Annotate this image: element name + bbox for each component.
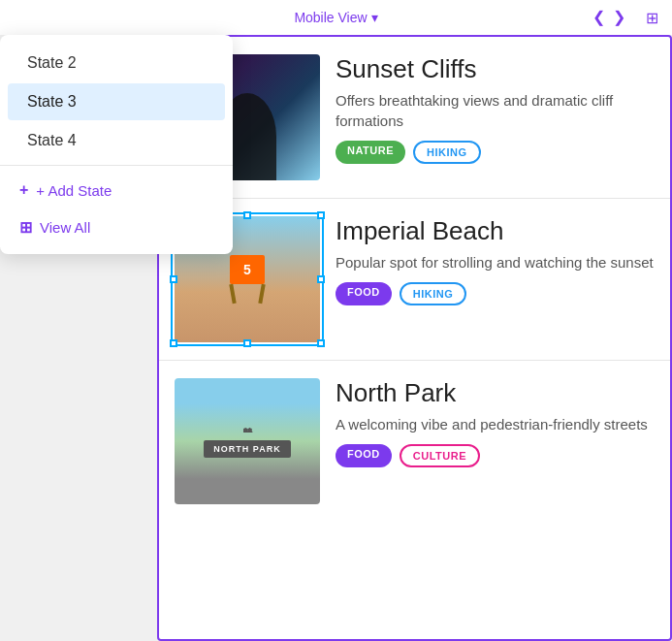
grid-icon[interactable]: ⊞ <box>646 9 658 27</box>
lifeguard-tower: 5 <box>223 255 272 304</box>
north-park-title: North Park <box>336 378 655 408</box>
state4-item[interactable]: State 4 <box>8 122 225 159</box>
north-park-desc: A welcoming vibe and pedestrian-friendly… <box>336 414 655 434</box>
imperial-beach-desc: Popular spot for strolling and watching … <box>336 252 655 272</box>
culture-tag: CULTURE <box>400 444 480 467</box>
dropdown-divider <box>0 165 233 166</box>
next-arrow-icon[interactable]: ❯ <box>613 10 625 25</box>
state2-item[interactable]: State 2 <box>8 45 225 81</box>
add-state-label: + Add State <box>36 182 112 199</box>
sunset-cliffs-content: Sunset Cliffs Offers breathtaking views … <box>336 54 655 164</box>
grid-small-icon: ⊞ <box>19 218 32 237</box>
card-sunset-cliffs: Sunset Cliffs Offers breathtaking views … <box>159 37 670 199</box>
food-tag-2: FOOD <box>336 444 392 467</box>
hiking-tag: HIKING <box>413 141 481 164</box>
food-tag-1: FOOD <box>336 282 392 305</box>
sunset-cliffs-tags: NATURE HIKING <box>336 141 655 164</box>
tower-top: 5 <box>230 255 265 284</box>
dropdown-arrow-icon: ▾ <box>371 10 378 25</box>
card-imperial-beach: 5 Imperial Beach Popular spot f <box>159 199 670 361</box>
view-all-button[interactable]: ⊞ View All <box>0 208 233 246</box>
prev-arrow-icon[interactable]: ❮ <box>592 10 605 25</box>
nature-tag: NATURE <box>336 141 405 164</box>
card-list: Sunset Cliffs Offers breathtaking views … <box>157 35 672 641</box>
north-park-tags: FOOD CULTURE <box>336 444 655 467</box>
state-dropdown: State 2 State 3 State 4 + + Add State ⊞ … <box>0 35 233 254</box>
north-park-sign: NORTH PARK <box>204 440 290 458</box>
north-park-content: North Park A welcoming vibe and pedestri… <box>336 378 655 467</box>
main-area: State 2 State 3 State 4 + + Add State ⊞ … <box>0 35 672 641</box>
card-north-park: 🏘 NORTH PARK North Park A welcoming vibe… <box>159 361 670 522</box>
north-park-image: 🏘 NORTH PARK <box>175 378 320 504</box>
hiking-tag-2: HIKING <box>400 282 467 305</box>
plus-icon: + <box>19 181 28 199</box>
mobile-view-button[interactable]: Mobile View ▾ <box>294 10 377 25</box>
add-state-button[interactable]: + + Add State <box>0 172 233 208</box>
tower-legs <box>223 284 272 304</box>
state3-item[interactable]: State 3 <box>8 83 225 120</box>
mobile-view-label: Mobile View <box>294 10 367 25</box>
view-all-label: View All <box>40 219 90 236</box>
imperial-beach-title: Imperial Beach <box>336 216 655 246</box>
sunset-cliffs-title: Sunset Cliffs <box>336 54 655 84</box>
sunset-cliffs-desc: Offers breathtaking views and dramatic c… <box>336 90 655 131</box>
imperial-beach-content: Imperial Beach Popular spot for strollin… <box>336 216 655 305</box>
top-bar: Mobile View ▾ ❮ ❯ ⊞ <box>0 0 672 35</box>
imperial-beach-tags: FOOD HIKING <box>336 282 655 305</box>
nav-arrows: ❮ ❯ <box>592 10 625 25</box>
